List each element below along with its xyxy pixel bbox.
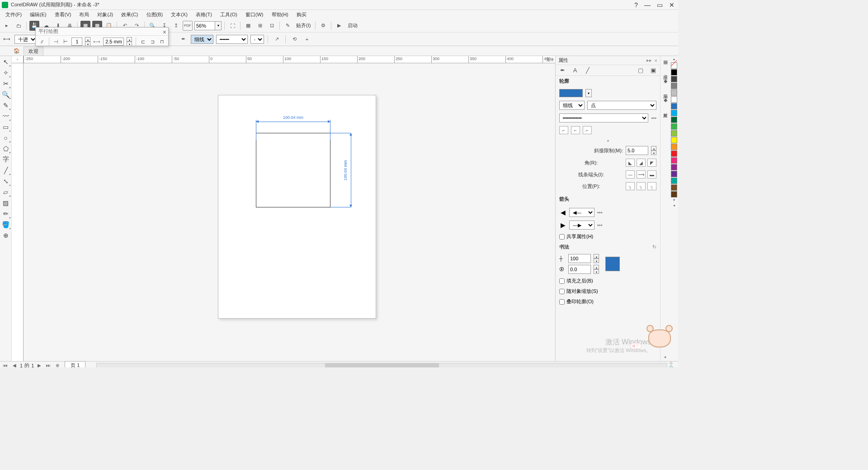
share-attributes-checkbox[interactable] xyxy=(559,234,565,240)
palette-swatch[interactable] xyxy=(671,83,677,89)
page-next[interactable]: ▶ xyxy=(36,362,43,368)
linecap-round[interactable]: ⟶ xyxy=(637,170,646,179)
artistic-tool[interactable]: 〰 xyxy=(1,111,11,121)
linecap-square[interactable]: ▬ xyxy=(647,170,656,179)
rectangle-shape[interactable] xyxy=(256,133,330,207)
page-add[interactable]: ⊕ xyxy=(54,362,61,368)
canvas-viewport[interactable]: 100.04 mm 100.04 mm xyxy=(24,63,555,361)
angle-up[interactable]: ▴ xyxy=(594,265,599,269)
palette-swatch[interactable] xyxy=(671,157,677,164)
palette-swatch[interactable] xyxy=(671,76,677,82)
crop-tool[interactable]: ✂ xyxy=(1,79,11,89)
parallel-opt2[interactable]: ⊐ xyxy=(149,37,156,47)
palette-swatch[interactable] xyxy=(671,130,677,136)
home-button[interactable]: 🏠 xyxy=(12,47,22,56)
connector-tool[interactable]: ⤡ xyxy=(1,176,11,186)
decimal-select[interactable]: 十进制 xyxy=(14,35,37,44)
menu-tools[interactable]: 工具(O) xyxy=(217,10,241,19)
menu-table[interactable]: 表格(T) xyxy=(192,10,216,19)
parallel-mode-icon[interactable]: ⫽ xyxy=(38,37,45,47)
color-dropdown-icon[interactable]: ▾ xyxy=(585,89,592,97)
vertical-ruler[interactable] xyxy=(12,63,24,361)
menu-file[interactable]: 文件(F) xyxy=(2,10,25,19)
position-center[interactable]: ┐ xyxy=(637,182,646,190)
arrow-start-select[interactable]: ◀ xyxy=(250,35,264,44)
angle-down[interactable]: ▾ xyxy=(594,269,599,274)
leader-icon[interactable]: ↗ xyxy=(272,34,282,44)
horizontal-scrollbar[interactable] xyxy=(96,363,667,368)
palette-flyout-icon[interactable]: ◂ xyxy=(673,203,675,209)
launch-icon[interactable]: ▶ xyxy=(334,21,344,31)
palette-swatch[interactable] xyxy=(671,191,677,197)
corner-bevel[interactable]: ◤ xyxy=(647,159,656,167)
stretch-up[interactable]: ▴ xyxy=(594,254,599,258)
zoom-tool[interactable]: 🔍 xyxy=(1,89,11,99)
corner-style-3[interactable]: ⌐ xyxy=(583,126,592,134)
dropshadow-tool[interactable]: ▱ xyxy=(1,187,11,197)
spacing-up[interactable]: ▴ xyxy=(127,37,132,42)
launch-label[interactable]: 启动 xyxy=(346,22,359,29)
workspace[interactable]: ⊹ 毫米 -250-200-150-100-500501001502002503… xyxy=(12,56,555,361)
grid-button[interactable]: ▦ xyxy=(243,21,253,31)
outline-style-select[interactable]: ━━━━━━ xyxy=(559,113,648,122)
dynamic-dim-icon[interactable]: ⟲ xyxy=(289,34,299,44)
fill-tool[interactable]: 🪣 xyxy=(1,220,11,230)
page-first[interactable]: ⏮ xyxy=(2,362,9,368)
character-tab-icon[interactable]: A xyxy=(571,66,579,75)
arrow-end-more[interactable]: ••• xyxy=(597,222,603,228)
behind-fill-checkbox[interactable] xyxy=(559,278,565,284)
palette-swatch[interactable] xyxy=(671,89,677,96)
miter-up[interactable]: ▴ xyxy=(651,146,656,150)
docker-strip-icon[interactable]: ▦ xyxy=(661,58,670,66)
zoom-dropdown-icon[interactable]: ▾ xyxy=(215,21,222,30)
palette-swatch[interactable] xyxy=(671,144,677,150)
new-button[interactable]: ▸ xyxy=(2,21,12,31)
menu-help[interactable]: 帮助(H) xyxy=(268,10,292,19)
menu-buy[interactable]: 购买 xyxy=(293,10,310,19)
docker-opt1-icon[interactable]: ▢ xyxy=(637,66,645,75)
vertical-dimension[interactable]: 100.04 mm xyxy=(344,133,353,207)
options-button[interactable]: ⚙ xyxy=(318,21,328,31)
palette-swatch[interactable] xyxy=(671,150,677,157)
count-up[interactable]: ▴ xyxy=(85,37,90,42)
parallel-opt1[interactable]: ⊏ xyxy=(140,37,146,47)
docker-close-icon[interactable]: × xyxy=(655,58,657,63)
more-tools[interactable]: ⊕ xyxy=(1,230,11,240)
corner-style-1[interactable]: ⌐ xyxy=(559,126,568,134)
page-prev[interactable]: ◀ xyxy=(11,362,18,368)
menu-effects[interactable]: 效果(C) xyxy=(118,10,142,19)
pick-tool[interactable]: ↖ xyxy=(1,57,11,67)
position-inside[interactable]: ┐ xyxy=(647,182,656,190)
ellipse-tool[interactable]: ○ xyxy=(1,133,11,143)
close-button[interactable]: ✕ xyxy=(669,1,675,9)
arrow-start-more[interactable]: ••• xyxy=(597,210,603,215)
horizontal-dimension[interactable]: 100.04 mm xyxy=(256,115,330,123)
pdf-button[interactable]: PDF xyxy=(183,21,193,31)
snap-label[interactable]: 贴齐(I) xyxy=(294,22,312,29)
menu-window[interactable]: 窗口(W) xyxy=(242,10,267,19)
corner-style-2[interactable]: ⌐ xyxy=(571,126,580,134)
palette-swatch[interactable] xyxy=(671,69,677,75)
parallel-spacing-input[interactable] xyxy=(103,38,124,46)
property-icon[interactable]: ✎ xyxy=(283,21,292,31)
parallel-count-input[interactable] xyxy=(71,38,82,46)
transparency-tool[interactable]: ▨ xyxy=(1,198,11,208)
parallel-right-icon[interactable]: ⊢ xyxy=(62,37,69,47)
palette-swatch[interactable] xyxy=(671,103,677,109)
arrow-end-docker-select[interactable]: —▶ xyxy=(569,221,594,230)
guides-button[interactable]: ⊞ xyxy=(255,21,265,31)
polygon-tool[interactable]: ⬠ xyxy=(1,144,11,154)
maximize-button[interactable]: ▭ xyxy=(657,1,663,9)
menu-text[interactable]: 文本(X) xyxy=(167,10,191,19)
parallel-drawing-panel[interactable]: 平行绘图 × ⫽ ⊣ ⊢ ▴▾ ⟷ ▴▾ ⊏ ⊐ ⊓ xyxy=(35,27,169,46)
palette-swatch[interactable] xyxy=(671,178,677,184)
add-button[interactable]: + xyxy=(302,34,312,44)
palette-swatch[interactable] xyxy=(671,184,677,191)
outline-width-select[interactable]: 细线 xyxy=(191,35,213,44)
rectangle-tool[interactable]: ▭ xyxy=(1,122,11,132)
paragraph-tab-icon[interactable]: ╱ xyxy=(584,66,592,75)
freehand-tool[interactable]: ✎ xyxy=(1,100,11,110)
menu-object[interactable]: 对象(J) xyxy=(94,10,117,19)
angle-input[interactable] xyxy=(568,265,591,274)
scale-with-checkbox[interactable] xyxy=(559,289,565,294)
